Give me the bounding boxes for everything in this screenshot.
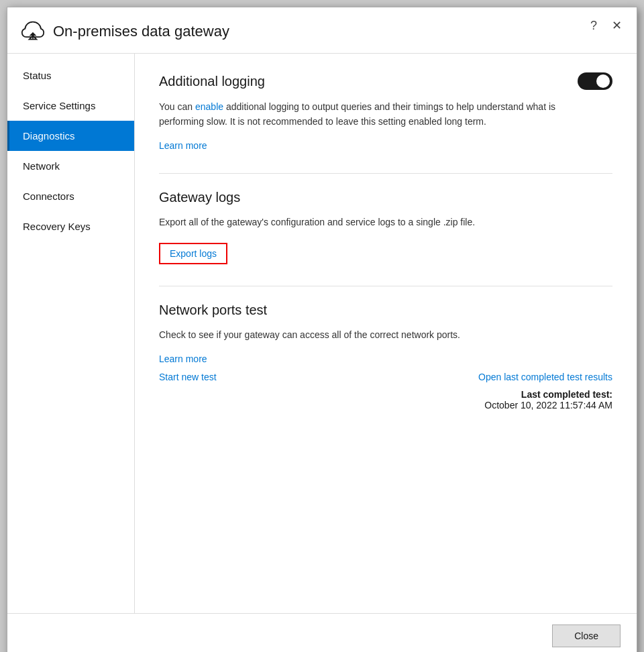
sidebar-item-diagnostics[interactable]: Diagnostics — [7, 121, 134, 151]
additional-logging-description: You can enable additional logging to out… — [159, 99, 602, 129]
additional-logging-section: Additional logging You can enable additi… — [159, 72, 612, 152]
export-logs-link[interactable]: Export logs — [159, 243, 227, 264]
network-ports-title: Network ports test — [159, 303, 612, 318]
sidebar-item-network[interactable]: Network — [7, 151, 134, 181]
sidebar: Status Service Settings Diagnostics Netw… — [7, 54, 135, 613]
additional-logging-toggle[interactable] — [578, 72, 612, 90]
sidebar-item-status[interactable]: Status — [7, 60, 134, 91]
highlight-enable: enable — [195, 101, 223, 112]
main-content: Additional logging You can enable additi… — [135, 54, 637, 613]
gateway-logs-section: Gateway logs Export all of the gateway's… — [159, 190, 612, 264]
help-button[interactable]: ? — [586, 18, 601, 33]
app-title: On-premises data gateway — [53, 23, 229, 40]
network-ports-test-section: Network ports test Check to see if your … — [159, 303, 612, 410]
gateway-logs-title: Gateway logs — [159, 190, 612, 205]
divider-2 — [159, 286, 612, 286]
additional-logging-learn-more[interactable]: Learn more — [159, 140, 207, 151]
gateway-logs-description: Export all of the gateway's configuratio… — [159, 215, 602, 229]
start-new-test-link[interactable]: Start new test — [159, 372, 217, 382]
network-ports-description: Check to see if your gateway can access … — [159, 327, 602, 342]
close-button[interactable]: Close — [552, 624, 621, 647]
app-window: On-premises data gateway ? ✕ Status Serv… — [7, 7, 637, 652]
last-completed-date: October 10, 2022 11:57:44 AM — [484, 400, 612, 411]
gateway-icon — [21, 19, 45, 44]
content-area: Status Service Settings Diagnostics Netw… — [7, 54, 637, 613]
divider-1 — [159, 173, 612, 174]
sidebar-item-connectors[interactable]: Connectors — [7, 181, 134, 211]
last-test-info: Last completed test: October 10, 2022 11… — [159, 389, 612, 411]
network-ports-learn-more[interactable]: Learn more — [159, 354, 207, 364]
window-controls: ? ✕ — [586, 18, 626, 33]
toggle-knob — [596, 74, 610, 88]
additional-logging-title: Additional logging — [159, 72, 612, 90]
sidebar-item-service-settings[interactable]: Service Settings — [7, 91, 134, 121]
network-test-links: Start new test Open last completed test … — [159, 372, 612, 382]
title-bar: On-premises data gateway ? ✕ — [7, 7, 637, 54]
close-window-button[interactable]: ✕ — [608, 18, 626, 33]
open-last-results-link[interactable]: Open last completed test results — [478, 372, 612, 382]
last-completed-label: Last completed test: — [521, 389, 612, 400]
footer: Close — [7, 613, 637, 652]
sidebar-item-recovery-keys[interactable]: Recovery Keys — [7, 211, 134, 241]
